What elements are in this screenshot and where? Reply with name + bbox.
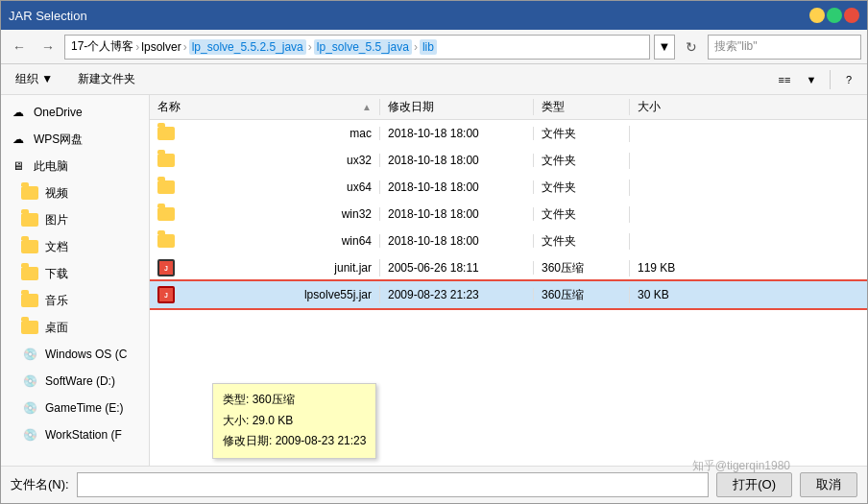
search-box[interactable]: 搜索"lib" [708,35,861,60]
table-row[interactable]: win32 2018-10-18 18:00 文件夹 [150,201,867,228]
sidebar-item-windows[interactable]: 💿 Windows OS (C [1,341,149,368]
jar-selected-icon: J [157,286,175,303]
windows-drive-icon: 💿 [20,345,39,364]
folder-icon [157,207,175,221]
maximize-btn[interactable] [827,8,842,23]
workstation-drive-icon: 💿 [20,425,39,444]
back-button[interactable]: ← [7,35,32,60]
sidebar-item-software[interactable]: 💿 SoftWare (D:) [1,368,149,395]
table-row[interactable]: ux32 2018-10-18 18:00 文件夹 [150,147,867,174]
sidebar-label-workstation: WorkStation (F [45,428,122,442]
sidebar-item-gametime[interactable]: 💿 GameTime (E:) [1,395,149,421]
file-tooltip: 类型: 360压缩 大小: 29.0 KB 修改日期: 2009-08-23 2… [212,383,376,459]
sidebar-label-video: 视频 [45,185,68,202]
video-folder-icon [20,183,39,203]
col-header-type[interactable]: 类型 [534,99,630,115]
folder-icon [157,180,175,194]
pc-icon: 🖥 [9,156,28,176]
pictures-folder-icon [20,210,39,229]
sidebar-label-wps: WPS网盘 [34,132,83,148]
sidebar-item-documents[interactable]: 文档 [1,233,149,260]
address-bar: ← → 17-个人博客 › lpsolver › lp_solve_5.5.2.… [1,30,867,64]
help-btn[interactable]: ? [836,67,861,92]
sidebar-item-video[interactable]: 视频 [1,180,149,206]
search-placeholder: 搜索"lib" [714,38,758,55]
desktop-folder-icon [20,318,39,337]
table-row-selected[interactable]: J lpsolve55j.jar 2009-08-23 21:23 360压缩 … [150,281,867,308]
sidebar-item-pictures[interactable]: 图片 [1,206,149,233]
folder-icon [157,154,175,167]
gametime-drive-icon: 💿 [20,398,39,418]
tooltip-size: 大小: 29.0 KB [223,411,366,432]
software-drive-icon: 💿 [20,372,39,391]
organize-button[interactable]: 组织 ▼ [7,67,61,92]
table-row[interactable]: win64 2018-10-18 18:00 文件夹 [150,228,867,254]
sidebar-label-music: 音乐 [45,293,68,309]
jar-icon: J [157,259,175,276]
sidebar-label-software: SoftWare (D:) [45,374,115,388]
forward-button[interactable]: → [36,35,60,60]
title-bar: JAR Selection [1,1,867,30]
sidebar: ☁ OneDrive ☁ WPS网盘 🖥 此电脑 视频 图 [1,95,150,466]
breadcrumb[interactable]: 17-个人博客 › lpsolver › lp_solve_5.5.2.5_ja… [64,35,650,60]
breadcrumb-lpsolver: lpsolver [141,40,181,54]
sidebar-label-pictures: 图片 [45,212,68,228]
sidebar-item-music[interactable]: 音乐 [1,287,149,314]
filename-label: 文件名(N): [11,476,69,493]
toolbar: 组织 ▼ 新建文件夹 ≡≡ ▼ ? [1,64,867,95]
col-header-size[interactable]: 大小 [630,99,707,115]
cancel-button[interactable]: 取消 [800,472,857,497]
view-dropdown-btn[interactable]: ▼ [799,67,824,92]
sidebar-item-desktop[interactable]: 桌面 [1,314,149,341]
downloads-folder-icon [20,264,39,283]
sidebar-item-wps[interactable]: ☁ WPS网盘 [1,126,149,153]
tooltip-type: 类型: 360压缩 [223,390,366,411]
sidebar-label-thispc: 此电脑 [34,158,68,175]
tooltip-date: 修改日期: 2009-08-23 21:23 [223,431,366,452]
table-row[interactable]: mac 2018-10-18 18:00 文件夹 [150,120,867,147]
file-list-header: 名称 ▲ 修改日期 类型 大小 [150,95,867,120]
close-btn[interactable] [844,8,859,23]
title-text: JAR Selection [9,9,809,23]
documents-folder-icon [20,237,39,256]
sidebar-item-onedrive[interactable]: ☁ OneDrive [1,99,149,126]
sidebar-label-onedrive: OneDrive [34,106,83,119]
sidebar-item-downloads[interactable]: 下载 [1,260,149,287]
folder-icon [157,234,175,248]
breadcrumb-lib[interactable]: lib [420,39,437,55]
sidebar-item-workstation[interactable]: 💿 WorkStation (F [1,421,149,448]
sidebar-label-downloads: 下载 [45,266,68,282]
new-folder-button[interactable]: 新建文件夹 [69,67,144,92]
open-button[interactable]: 打开(O) [716,472,792,497]
sidebar-label-desktop: 桌面 [45,320,68,336]
table-row[interactable]: ux64 2018-10-18 18:00 文件夹 [150,174,867,201]
sidebar-label-windows: Windows OS (C [45,348,127,361]
breadcrumb-17: 17-个人博客 [71,38,133,55]
sidebar-label-gametime: GameTime (E:) [45,401,124,415]
refresh-button[interactable]: ↻ [679,35,704,60]
breadcrumb-lp1[interactable]: lp_solve_5.5.2.5_java [189,39,306,55]
col-header-date[interactable]: 修改日期 [380,99,534,115]
watermark: 知乎@tigerqin1980 [692,458,790,474]
view-options-btn[interactable]: ≡≡ [772,67,797,92]
breadcrumb-dropdown[interactable]: ▼ [654,35,675,60]
sidebar-item-thispc[interactable]: 🖥 此电脑 [1,153,149,180]
wps-icon: ☁ [9,130,28,149]
folder-icon [157,127,175,140]
breadcrumb-lp2[interactable]: lp_solve_5.5_java [314,39,412,55]
minimize-btn[interactable] [809,8,825,23]
col-header-name[interactable]: 名称 ▲ [150,99,380,115]
main-content: ☁ OneDrive ☁ WPS网盘 🖥 此电脑 视频 图 [1,95,867,466]
onedrive-icon: ☁ [9,103,28,122]
sidebar-label-documents: 文档 [45,239,68,255]
filename-input[interactable] [77,472,710,497]
table-row[interactable]: J junit.jar 2005-06-26 18:11 360压缩 119 K… [150,254,867,281]
music-folder-icon [20,291,39,310]
